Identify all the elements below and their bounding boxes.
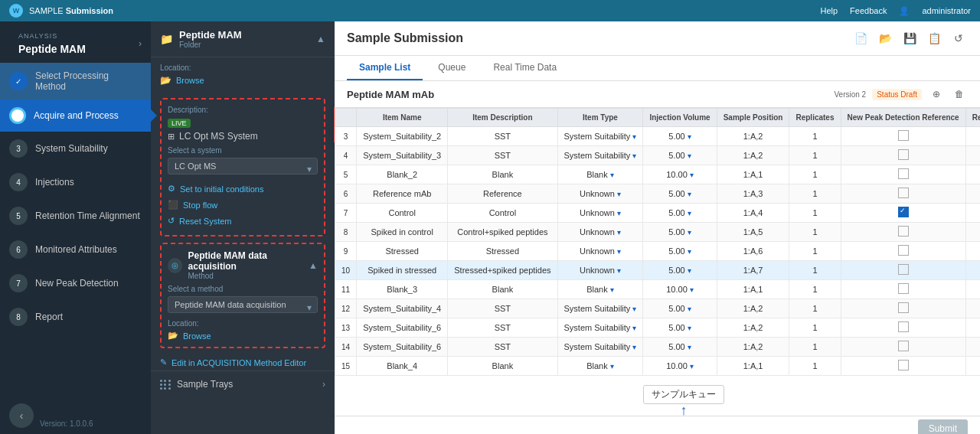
injvol-dropdown[interactable]: ▾ [688,324,691,332]
table-row[interactable]: 15 Blank_4 Blank Blank ▾ 10.00 ▾ 1:A,1 1… [335,357,981,376]
npd-checkbox[interactable] [898,245,909,256]
row-rta[interactable] [965,204,980,223]
row-rta[interactable] [965,338,980,357]
row-rta[interactable] [965,318,980,338]
sidebar-item-monitored[interactable]: 6 Monitored Attributes [0,233,151,266]
type-dropdown[interactable]: ▾ [610,171,614,179]
row-rta[interactable] [965,242,980,261]
middle-collapse-icon[interactable]: ▲ [316,34,325,44]
save-icon[interactable]: 💾 [900,29,919,47]
reset-system-button[interactable]: ↺ Reset System [168,213,318,229]
row-rta[interactable] [965,146,980,165]
table-row[interactable]: 12 System_Suitability_4 SST System Suita… [335,299,981,318]
type-dropdown[interactable]: ▾ [610,362,614,370]
new-doc-icon[interactable]: 📄 [851,29,870,47]
npd-checkbox[interactable] [898,188,909,198]
injvol-dropdown[interactable]: ▾ [690,171,694,179]
help-link[interactable]: Help [820,6,838,15]
sidebar-item-select-processing[interactable]: ✓ Select Processing Method [0,63,151,100]
row-npd[interactable] [841,165,965,184]
injvol-dropdown[interactable]: ▾ [688,343,691,351]
table-row[interactable]: 6 Reference mAb Reference Unknown ▾ 5.00… [335,184,981,204]
sample-trays-row[interactable]: Sample Trays › [151,370,335,397]
table-row[interactable]: 11 Blank_3 Blank Blank ▾ 10.00 ▾ 1:A,1 1… [335,280,981,299]
sidebar-item-injections[interactable]: 4 Injections [0,165,151,199]
npd-checkbox[interactable] [898,207,909,217]
injvol-dropdown[interactable]: ▾ [688,152,691,160]
tab-sample-list[interactable]: Sample List [347,56,423,80]
injvol-dropdown[interactable]: ▾ [688,132,691,141]
type-dropdown[interactable]: ▾ [632,305,636,313]
row-rta[interactable] [965,261,980,280]
table-row[interactable]: 8 Spiked in control Control+spiked pepti… [335,223,981,242]
row-npd[interactable] [841,204,965,223]
row-npd[interactable] [841,242,965,261]
sidebar-item-retention[interactable]: 5 Retention Time Alignment [0,199,151,233]
type-dropdown[interactable]: ▾ [617,209,621,217]
sidebar-item-suitability[interactable]: 3 System Suitability [0,132,151,165]
row-rta[interactable] [965,127,980,146]
row-npd[interactable] [841,261,965,280]
type-dropdown[interactable]: ▾ [632,343,636,351]
row-rta[interactable] [965,299,980,318]
table-row[interactable]: 14 System_Suitability_6 SST System Suita… [335,338,981,357]
set-initial-button[interactable]: ⚙ Set to initial conditions [168,181,318,197]
injvol-dropdown[interactable]: ▾ [688,247,691,256]
sidebar-collapse-icon[interactable]: › [139,38,142,49]
type-dropdown[interactable]: ▾ [632,324,636,332]
browse-button[interactable]: 📂 Browse [160,75,325,86]
npd-checkbox[interactable] [898,341,909,351]
tab-queue[interactable]: Queue [426,56,478,80]
type-dropdown[interactable]: ▾ [632,132,636,141]
table-row[interactable]: 10 Spiked in stressed Stressed+spiked pe… [335,261,981,280]
row-npd[interactable] [841,299,965,318]
table-row[interactable]: 4 System_Suitability_3 SST System Suitab… [335,146,981,165]
row-rta[interactable] [965,223,980,242]
row-rta[interactable] [965,184,980,204]
save-as-icon[interactable]: 📋 [925,29,943,47]
injvol-dropdown[interactable]: ▾ [688,305,691,313]
feedback-link[interactable]: Feedback [850,6,887,15]
row-npd[interactable] [841,146,965,165]
npd-checkbox[interactable] [898,283,909,294]
row-rta[interactable] [965,280,980,299]
method-collapse-icon[interactable]: ▲ [309,260,318,271]
type-dropdown[interactable]: ▾ [617,266,621,275]
row-npd[interactable] [841,338,965,357]
table-row[interactable]: 9 Stressed Stressed Unknown ▾ 5.00 ▾ 1:A… [335,242,981,261]
npd-checkbox[interactable] [898,168,909,179]
injvol-dropdown[interactable]: ▾ [690,362,694,370]
method-select[interactable]: Peptide MAM data acquisition [168,296,318,313]
table-row[interactable]: 13 System_Suitability_6 SST System Suita… [335,318,981,338]
add-row-icon[interactable]: ⊕ [928,86,945,103]
row-npd[interactable] [841,357,965,376]
npd-checkbox[interactable] [898,360,909,370]
injvol-dropdown[interactable]: ▾ [688,209,691,217]
delete-row-icon[interactable]: 🗑 [951,86,968,103]
npd-checkbox[interactable] [898,226,909,237]
npd-checkbox[interactable] [898,149,909,160]
type-dropdown[interactable]: ▾ [632,152,636,160]
system-select[interactable]: LC Opt MS [168,158,318,175]
sidebar-item-new-peak[interactable]: 7 New Peak Detection [0,266,151,300]
injvol-dropdown[interactable]: ▾ [690,286,694,294]
row-rta[interactable] [965,165,980,184]
tab-real-time[interactable]: Real Time Data [481,56,569,80]
row-rta[interactable] [965,357,980,376]
type-dropdown[interactable]: ▾ [610,286,614,294]
type-dropdown[interactable]: ▾ [617,247,621,256]
injvol-dropdown[interactable]: ▾ [688,190,691,198]
injvol-dropdown[interactable]: ▾ [688,228,691,237]
edit-method-link[interactable]: ✎ Edit in ACQUISITION Method Editor [151,354,335,370]
injvol-dropdown[interactable]: ▾ [688,266,691,275]
table-row[interactable]: 7 Control Control Unknown ▾ 5.00 ▾ 1:A,4… [335,204,981,223]
method-browse-button[interactable]: 📂 Browse [168,331,318,341]
table-row[interactable]: 5 Blank_2 Blank Blank ▾ 10.00 ▾ 1:A,1 1 … [335,165,981,184]
sidebar-item-report[interactable]: 8 Report [0,300,151,334]
type-dropdown[interactable]: ▾ [617,228,621,237]
open-folder-icon[interactable]: 📂 [876,29,894,47]
refresh-icon[interactable]: ↺ [949,29,968,47]
row-npd[interactable] [841,318,965,338]
npd-checkbox[interactable] [898,130,909,141]
row-npd[interactable] [841,223,965,242]
